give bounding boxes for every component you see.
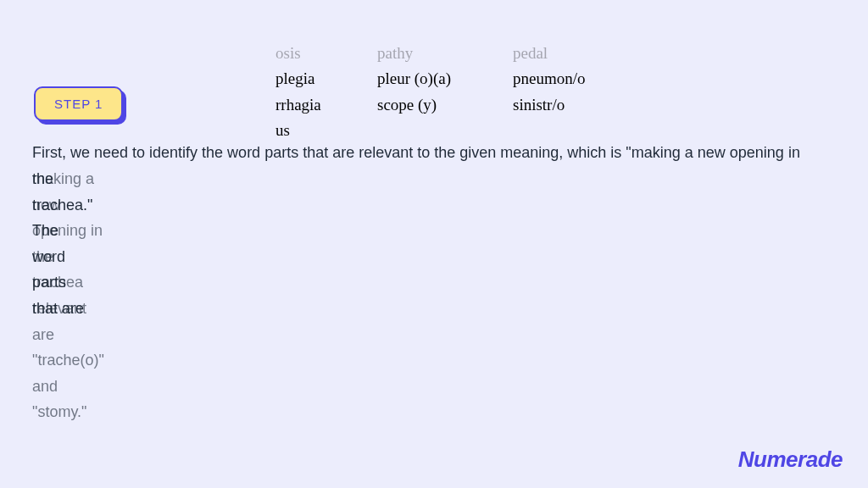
table-row: plegia pleur (o)(a) pneumon/o (275, 66, 615, 92)
table-row: osis pathy pedal (275, 41, 615, 66)
word-cell: pleur (o)(a) (377, 66, 513, 92)
word-cell: osis (275, 41, 377, 66)
word-cell: pneumon/o (513, 66, 615, 92)
step-badge: STEP 1 (34, 86, 123, 121)
word-cell: sinistr/o (513, 92, 615, 118)
explanation-text: First, we need to identify the word part… (32, 140, 836, 166)
table-row: rrhagia scope (y) sinistr/o (275, 92, 615, 118)
word-cell: plegia (275, 66, 377, 92)
brand-text: Numerade (738, 446, 843, 472)
word-cell: rrhagia (275, 92, 377, 118)
word-cell: pedal (513, 41, 615, 66)
word-parts-table: osis pathy pedal plegia pleur (o)(a) pne… (275, 58, 615, 144)
explanation-line-1: First, we need to identify the word part… (32, 140, 836, 166)
step-label: STEP 1 (54, 97, 103, 111)
overlap-text-b: making a new opening in the trachea rele… (32, 166, 104, 425)
brand-logo: Numerade (738, 446, 843, 473)
word-cell: scope (y) (377, 92, 513, 118)
word-cell: pathy (377, 41, 513, 66)
